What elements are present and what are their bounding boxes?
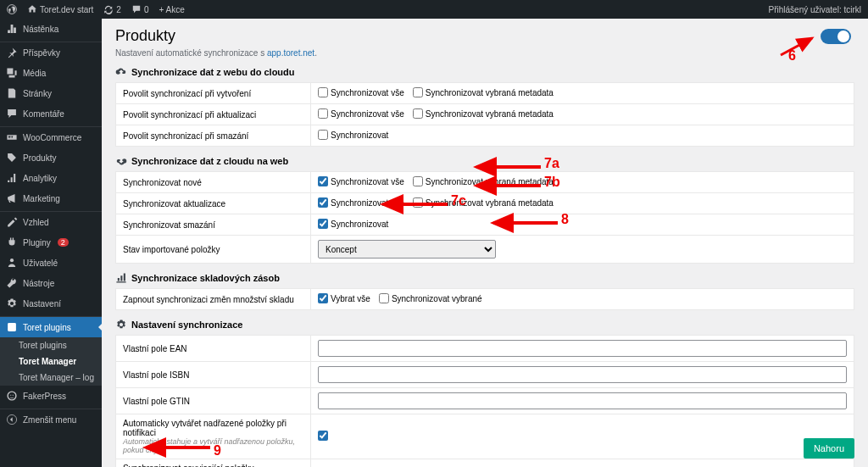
comments-link[interactable]: 0 [131,4,149,14]
row-update-label: Povolit synchronizací při aktualizaci [116,104,311,125]
section-cloud-to-web: Synchronizace dat z cloudu na web [115,155,854,167]
menu-media[interactable]: Média [0,63,102,83]
menu-toret-plugins[interactable]: Toret plugins [0,317,102,337]
submenu-toret-plugins[interactable]: Toret plugins [0,337,102,353]
menu-appearance[interactable]: Vzhled [0,212,102,232]
menu-posts[interactable]: Příspěvky [0,42,102,63]
menu-plugins[interactable]: Pluginy2 [0,232,102,253]
settings-icon [6,297,18,309]
chk-stock-sel[interactable]: Synchronizovat vybrané [379,293,482,303]
admin-sidebar: Nástěnka Příspěvky Média Stránky Komentá… [0,19,102,467]
row-upd-label: Synchronizovat aktualizace [116,193,311,214]
menu-settings[interactable]: Nastavení [0,293,102,314]
content-area: Produkty Nastavení automatické synchroni… [102,19,868,467]
input-isbn[interactable] [318,366,847,383]
input-ean[interactable] [318,340,847,357]
comments-icon [6,108,18,120]
menu-analytics[interactable]: Analytiky [0,168,102,188]
section-sync-settings: Nastavení synchronizace [115,319,854,331]
plugin-icon [6,236,18,248]
chk-new-meta[interactable]: Synchronizovat vybraná metadata [413,176,554,186]
submenu-toret-log[interactable]: Toret Manager – log [0,370,102,386]
scroll-top-button[interactable]: Nahoru [804,438,854,459]
user-account[interactable]: Přihlášený uživatel: tcirkl [769,5,861,14]
comment-icon [131,4,142,14]
chk-create-all[interactable]: Synchronizovat vše [318,87,404,97]
fakerpress-icon [6,390,18,402]
menu-users[interactable]: Uživatelé [0,253,102,273]
marketing-icon [6,192,18,204]
products-icon [6,152,18,164]
chk-update-all[interactable]: Synchronizovat vše [318,108,404,119]
row-status-label: Stav importované položky [116,236,311,264]
row-del-label: Synchronizovat smazání [116,214,311,236]
module-toggle[interactable] [821,29,851,44]
menu-collapse[interactable]: Zmenšit menu [0,409,102,430]
svg-point-3 [8,392,16,400]
home-icon [27,4,37,14]
svg-point-1 [10,259,14,262]
row-related: Synchronizovat související položkyAutoma… [116,459,311,468]
users-icon [6,257,18,269]
menu-woocommerce[interactable]: WooCommerce [0,127,102,147]
section-stock: Synchronizace skladových zásob [115,272,854,284]
collapse-icon [6,414,18,425]
menu-marketing[interactable]: Marketing [0,188,102,208]
media-icon [6,67,18,79]
row-delete-label: Povolit synchronizací při smazání [116,125,311,147]
app-link[interactable]: app.toret.net [267,48,314,58]
chk-update-meta[interactable]: Synchronizovat vybraná metadata [413,108,554,119]
chk-create-meta[interactable]: Synchronizovat vybraná metadata [413,87,554,97]
tools-icon [6,277,18,289]
row-stock-label: Zapnout synchronizaci změn množství skla… [116,289,311,310]
admin-topbar: Toret.dev start 2 0 + Akce Přihlášený už… [0,0,868,19]
gear-icon [115,319,127,331]
chk-stock-all[interactable]: Vybrat vše [318,293,370,303]
refresh-icon [103,4,114,14]
toret-icon [6,321,18,333]
submenu-toret-manager[interactable]: Toret Manager [0,353,102,370]
new-link[interactable]: + Akce [159,4,184,14]
page-title: Produkty [115,27,854,45]
row-ean-label: Vlastní pole EAN [116,336,311,362]
analytics-icon [6,172,18,184]
menu-pages[interactable]: Stránky [0,83,102,103]
chk-upd-meta[interactable]: Synchronizovat vybraná metadata [413,197,554,208]
chk-upd-all[interactable]: Synchronizovat vše [318,197,404,208]
row-create-label: Povolit synchronizací při vytvoření [116,83,311,104]
row-isbn-label: Vlastní pole ISBN [116,362,311,388]
section-web-to-cloud: Synchronizace dat z webu do cloudu [115,66,854,78]
pin-icon [6,47,18,58]
chk-autoparent[interactable] [318,431,328,441]
menu-fakerpress[interactable]: FakerPress [0,386,102,406]
page-icon [6,87,18,99]
dashboard-icon [6,23,18,35]
woo-icon [6,131,18,143]
site-name-link[interactable]: Toret.dev start [27,4,93,14]
svg-rect-2 [8,323,16,331]
row-autoparent: Automaticky vytvářet nadřazené položky p… [116,414,311,459]
appearance-icon [6,216,18,228]
select-import-status[interactable]: Koncept [318,240,496,259]
input-gtin[interactable] [318,392,847,409]
row-gtin-label: Vlastní pole GTIN [116,388,311,414]
page-subtitle: Nastavení automatické synchronizace s ap… [115,48,854,58]
stock-icon [115,272,127,284]
menu-products[interactable]: Produkty [0,147,102,168]
row-new-label: Synchronizovat nové [116,172,311,193]
plugins-badge: 2 [58,238,69,247]
menu-dashboard[interactable]: Nástěnka [0,19,102,39]
chk-del-sync[interactable]: Synchronizovat [318,219,388,229]
chk-delete-sync[interactable]: Synchronizovat [318,130,388,140]
wp-logo[interactable] [7,4,17,14]
cloud-download-icon [115,155,127,167]
menu-tools[interactable]: Nástroje [0,273,102,293]
updates-link[interactable]: 2 [103,4,121,14]
menu-comments[interactable]: Komentáře [0,103,102,124]
chk-new-all[interactable]: Synchronizovat vše [318,176,404,186]
cloud-upload-icon [115,66,127,78]
